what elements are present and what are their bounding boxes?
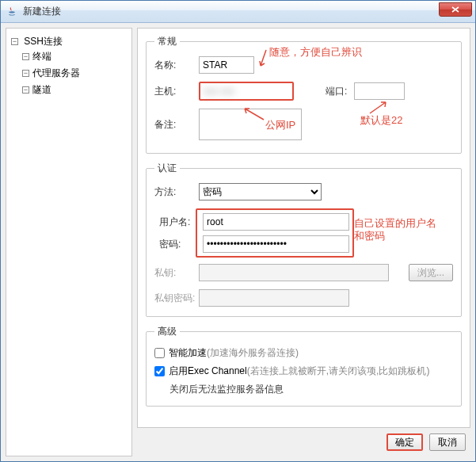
- username-input[interactable]: [203, 213, 349, 231]
- label-host: 主机:: [154, 85, 199, 98]
- tree-item-terminal[interactable]: 终端: [32, 51, 51, 62]
- label-port: 端口:: [326, 85, 354, 98]
- window-title: 新建连接: [23, 5, 61, 18]
- dialog-footer: 确定 取消: [137, 428, 470, 456]
- fieldset-general: 常规 随意，方便自己辨识 名称: 主机: xxx xxx 端口:: [146, 35, 462, 154]
- label-remark: 备注:: [154, 118, 199, 132]
- exec-checkbox[interactable]: [154, 366, 165, 376]
- password-input[interactable]: [203, 235, 349, 253]
- annotation-userpass-hint-1: 自己设置的用户名: [354, 216, 436, 231]
- legend-general: 常规: [154, 35, 180, 48]
- tree-item-tunnel[interactable]: 隧道: [32, 84, 51, 95]
- label-password: 密码:: [159, 238, 203, 251]
- tree-toggle-icon[interactable]: −: [11, 38, 18, 45]
- tree-item-proxy[interactable]: 代理服务器: [32, 67, 80, 78]
- host-input[interactable]: xxx xxx: [199, 82, 294, 101]
- form-panels: 常规 随意，方便自己辨识 名称: 主机: xxx xxx 端口:: [137, 28, 470, 428]
- method-select[interactable]: 密码: [199, 183, 322, 200]
- tree-toggle-icon[interactable]: −: [22, 53, 29, 60]
- keypass-input: [199, 289, 349, 307]
- annotation-userpass-hint-2: 和密码: [354, 229, 385, 243]
- content-area: − SSH连接 −终端 −代理服务器 −隧道 常规: [1, 23, 475, 461]
- tree-toggle-icon[interactable]: −: [22, 86, 29, 94]
- label-method: 方法:: [154, 185, 199, 199]
- exec-label: 启用Exec Channel: [169, 365, 247, 378]
- fieldset-advanced: 高级 智能加速 (加速海外服务器连接) 启用Exec Channel (若连接上…: [146, 325, 462, 407]
- legend-advanced: 高级: [154, 325, 180, 338]
- label-name: 名称:: [154, 59, 199, 72]
- accel-label: 智能加速: [169, 346, 207, 360]
- titlebar: 新建连接: [1, 1, 475, 23]
- cancel-button[interactable]: 取消: [429, 433, 466, 451]
- main-panel: 常规 随意，方便自己辨识 名称: 主机: xxx xxx 端口:: [137, 28, 470, 456]
- ok-button[interactable]: 确定: [387, 433, 423, 451]
- privatekey-input: [199, 264, 389, 281]
- remark-input[interactable]: [199, 109, 302, 140]
- close-button[interactable]: [439, 2, 472, 17]
- tree-root[interactable]: SSH连接: [24, 36, 63, 47]
- tree: − SSH连接 −终端 −代理服务器 −隧道: [11, 33, 127, 100]
- port-input[interactable]: [354, 82, 405, 100]
- name-input[interactable]: [199, 56, 254, 74]
- browse-button: 浏览...: [409, 264, 453, 281]
- exec-note: 关闭后无法监控服务器信息: [169, 383, 453, 396]
- label-keypass: 私钥密码:: [154, 292, 199, 305]
- tree-toggle-icon[interactable]: −: [22, 70, 29, 77]
- java-icon: [6, 6, 18, 18]
- sidebar: − SSH连接 −终端 −代理服务器 −隧道: [6, 28, 132, 456]
- exec-sublabel: (若连接上就被断开,请关闭该项,比如跳板机): [247, 365, 430, 378]
- dialog-window: 新建连接 − SSH连接 −终端 −代理服务器 −隧道: [0, 0, 476, 462]
- fieldset-auth: 认证 方法: 密码 用户名: 密码:: [146, 162, 462, 317]
- legend-auth: 认证: [154, 162, 180, 175]
- label-username: 用户名:: [159, 216, 203, 229]
- accel-checkbox[interactable]: [154, 348, 165, 358]
- label-privatekey: 私钥:: [154, 266, 199, 280]
- accel-sublabel: (加速海外服务器连接): [207, 346, 299, 360]
